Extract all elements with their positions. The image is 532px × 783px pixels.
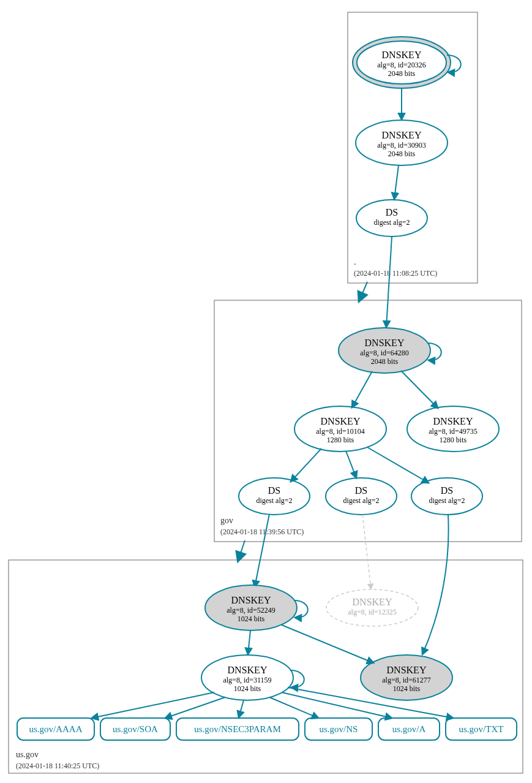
zone-gov-date: (2024-01-18 11:39:56 UTC) xyxy=(220,528,304,536)
node-root-ksk: DNSKEY alg=8, id=20326 2048 bits xyxy=(353,37,451,88)
node-us-zsk: DNSKEY alg=8, id=31159 1024 bits xyxy=(201,655,293,700)
edge-zsk1-ds1 xyxy=(291,448,321,482)
svg-text:alg=8, id=64280: alg=8, id=64280 xyxy=(360,349,409,357)
node-root-zsk: DNSKEY alg=8, id=30903 2048 bits xyxy=(356,120,448,165)
svg-text:DNSKEY: DNSKEY xyxy=(231,595,271,605)
svg-text:DNSKEY: DNSKEY xyxy=(353,597,392,607)
zone-root-label: . xyxy=(354,257,356,267)
svg-text:DS: DS xyxy=(268,485,280,496)
rrset-aaaa: us.gov/AAAA xyxy=(17,718,94,740)
edge-ds1-usksk xyxy=(255,514,269,587)
node-gov-zsk2: DNSKEY alg=8, id=49735 1280 bits xyxy=(407,406,499,452)
dnssec-graph: . (2024-01-18 11:08:25 UTC) gov (2024-01… xyxy=(0,0,532,783)
svg-text:DNSKEY: DNSKEY xyxy=(433,416,473,426)
node-gov-ds2: DS digest alg=2 xyxy=(326,478,397,515)
edge-rootzsk-rootds xyxy=(394,165,399,199)
svg-text:digest alg=2: digest alg=2 xyxy=(256,496,292,505)
edge-uszsk-aaaa xyxy=(92,692,214,718)
edge-ds3-usksk2 xyxy=(422,515,449,654)
edge-zsk1-ds2 xyxy=(346,451,356,478)
node-gov-zsk1: DNSKEY alg=8, id=10104 1280 bits xyxy=(294,406,386,452)
node-root-ds: DS digest alg=2 xyxy=(356,200,427,236)
svg-text:alg=8, id=61277: alg=8, id=61277 xyxy=(382,676,431,684)
svg-text:DNSKEY: DNSKEY xyxy=(365,338,405,348)
svg-text:alg=8, id=30903: alg=8, id=30903 xyxy=(377,141,426,149)
rrset-ns: us.gov/NS xyxy=(305,718,372,740)
svg-text:alg=8, id=20326: alg=8, id=20326 xyxy=(377,61,426,69)
svg-text:DS: DS xyxy=(441,485,453,496)
node-gov-ds3: DS digest alg=2 xyxy=(411,478,482,515)
svg-text:DS: DS xyxy=(386,207,398,218)
edge-root-to-gov xyxy=(360,282,367,299)
edge-govksk-zsk1 xyxy=(352,371,372,407)
edge-usksk-usksk2 xyxy=(282,625,373,663)
edge-usksk-uszsk xyxy=(248,630,250,654)
svg-text:1024 bits: 1024 bits xyxy=(238,615,265,623)
svg-text:DNSKEY: DNSKEY xyxy=(228,665,268,675)
zone-gov-label: gov xyxy=(220,516,233,525)
svg-text:alg=8, id=49735: alg=8, id=49735 xyxy=(429,427,478,436)
zone-root-date: (2024-01-18 11:08:25 UTC) xyxy=(354,269,437,278)
edge-uszsk-nsec3 xyxy=(239,700,244,717)
svg-text:1024 bits: 1024 bits xyxy=(393,684,421,693)
svg-text:1280 bits: 1280 bits xyxy=(440,436,467,444)
svg-text:us.gov/A: us.gov/A xyxy=(392,724,426,734)
node-gov-ds1: DS digest alg=2 xyxy=(239,478,310,515)
node-gov-ksk: DNSKEY alg=8, id=64280 2048 bits xyxy=(339,328,430,373)
svg-text:us.gov/TXT: us.gov/TXT xyxy=(459,724,504,734)
svg-text:alg=8, id=31159: alg=8, id=31159 xyxy=(223,676,271,684)
edge-ds2-missing xyxy=(362,515,371,589)
svg-text:DNSKEY: DNSKEY xyxy=(382,50,422,60)
rrset-nsec3param: us.gov/NSEC3PARAM xyxy=(176,718,299,740)
svg-text:2048 bits: 2048 bits xyxy=(388,149,416,158)
node-us-missing: DNSKEY alg=8, id=12325 xyxy=(326,589,418,626)
svg-text:alg=8, id=10104: alg=8, id=10104 xyxy=(316,427,365,436)
svg-text:us.gov/AAAA: us.gov/AAAA xyxy=(29,724,82,734)
svg-text:DNSKEY: DNSKEY xyxy=(387,665,427,675)
svg-text:1024 bits: 1024 bits xyxy=(234,684,261,693)
edge-govksk-zsk2 xyxy=(401,371,438,408)
svg-text:us.gov/NS: us.gov/NS xyxy=(320,724,358,734)
svg-text:1280 bits: 1280 bits xyxy=(327,436,354,444)
svg-text:alg=8, id=12325: alg=8, id=12325 xyxy=(348,608,397,616)
svg-text:digest alg=2: digest alg=2 xyxy=(373,218,410,227)
rrset-soa: us.gov/SOA xyxy=(100,718,170,740)
svg-text:DNSKEY: DNSKEY xyxy=(382,130,422,140)
svg-text:2048 bits: 2048 bits xyxy=(371,357,399,366)
edge-rootds-govksk xyxy=(386,236,392,327)
node-us-ksk2: DNSKEY alg=8, id=61277 1024 bits xyxy=(361,655,452,700)
svg-text:2048 bits: 2048 bits xyxy=(388,69,416,78)
svg-text:digest alg=2: digest alg=2 xyxy=(343,496,379,505)
rrset-txt: us.gov/TXT xyxy=(446,718,517,740)
edge-zsk1-ds3 xyxy=(367,447,429,483)
svg-text:DNSKEY: DNSKEY xyxy=(321,416,361,426)
svg-text:alg=8, id=52249: alg=8, id=52249 xyxy=(227,606,275,615)
svg-text:us.gov/NSEC3PARAM: us.gov/NSEC3PARAM xyxy=(194,724,281,734)
node-us-ksk: DNSKEY alg=8, id=52249 1024 bits xyxy=(205,585,297,630)
edge-gov-to-us xyxy=(239,540,245,559)
zone-usgov-label: us.gov xyxy=(16,750,39,759)
svg-text:us.gov/SOA: us.gov/SOA xyxy=(113,724,158,734)
edge-uszsk-ns xyxy=(269,697,318,718)
svg-text:DS: DS xyxy=(355,485,367,496)
rrset-a: us.gov/A xyxy=(378,718,440,740)
svg-text:digest alg=2: digest alg=2 xyxy=(429,496,465,505)
zone-usgov-date: (2024-01-18 11:40:25 UTC) xyxy=(16,762,99,770)
